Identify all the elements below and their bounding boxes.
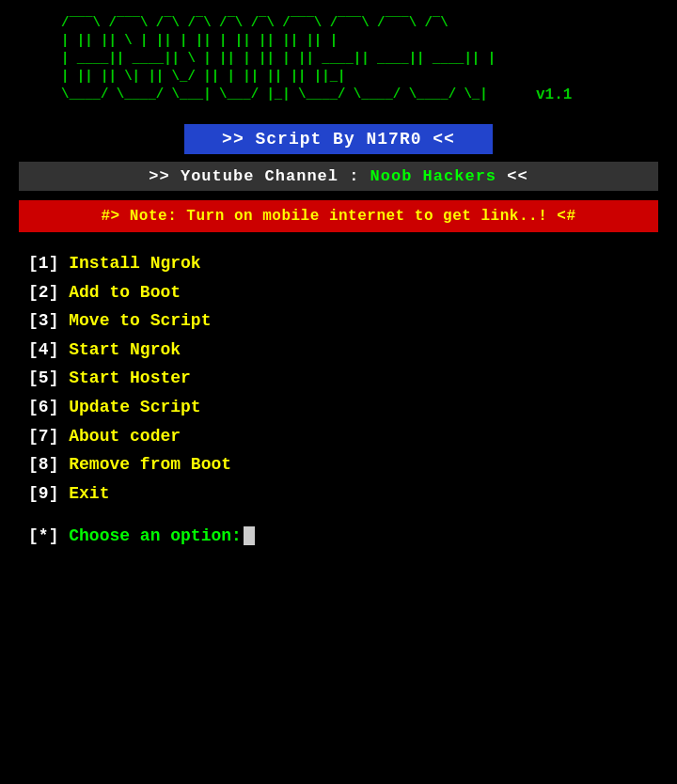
menu-item-7[interactable]: [7] About coder: [28, 422, 658, 451]
youtube-bar: >> Youtube Channel : Noob Hackers <<: [19, 162, 658, 191]
svg-text:\____/  \____/  \___|   \___/ : \____/ \____/ \___| \___/ |_| \____/ \__…: [61, 86, 488, 102]
script-by-bar: >> Script By N17R0 <<: [184, 124, 493, 154]
menu-label-9: Exit: [69, 484, 109, 503]
menu-label-6: Update Script: [69, 398, 200, 416]
menu-label-7: About coder: [69, 427, 181, 446]
prompt-label: Choose an option:: [58, 526, 241, 545]
menu-label-5: Start Hoster: [69, 368, 191, 387]
bracket-close-4: ]: [49, 340, 59, 359]
menu-label-2: Add to Boot: [69, 283, 181, 302]
bracket-open-4: [: [28, 340, 39, 359]
bracket-close-6: ]: [49, 398, 59, 416]
bracket-open-3: [: [28, 311, 39, 330]
bracket-open-5: [: [28, 368, 39, 387]
bracket-close-5: ]: [49, 368, 59, 387]
menu-label-1: Install Ngrok: [69, 254, 200, 273]
youtube-suffix: <<: [496, 167, 528, 185]
bracket-open-1: [: [28, 254, 39, 273]
cursor-block: [244, 526, 255, 545]
svg-text:v1.1: v1.1: [536, 86, 572, 103]
menu-label-4: Start Ngrok: [69, 340, 181, 359]
menu-area: [1] Install Ngrok [2] Add to Boot [3] Mo…: [19, 249, 658, 508]
menu-label-8: Remove from Boot: [69, 455, 231, 474]
menu-item-5[interactable]: [5] Start Hoster: [28, 364, 658, 393]
num-6: 6: [39, 398, 49, 416]
bracket-close-1: ]: [49, 254, 59, 273]
bracket-close-8: ]: [49, 455, 59, 474]
bracket-open-8: [: [28, 455, 39, 474]
num-8: 8: [39, 455, 49, 474]
menu-item-4[interactable]: [4] Start Ngrok: [28, 336, 658, 365]
bracket-open-9: [: [28, 484, 39, 503]
num-4: 4: [39, 340, 49, 359]
bracket-close-7: ]: [49, 427, 59, 446]
prompt-bracket-open: [: [28, 526, 39, 545]
youtube-prefix: >> Youtube Channel :: [149, 167, 370, 185]
menu-item-9[interactable]: [9] Exit: [28, 479, 658, 509]
svg-text:|      ||      ||  \  | || | |: | || || \ | || | || | || || || || |: [61, 33, 338, 48]
svg-text:/‾‾‾\  /‾‾‾\ /‾\  /‾\ /‾\ /‾\ : /‾‾‾\ /‾‾‾\ /‾\ /‾\ /‾\ /‾\ /‾‾‾\ /‾‾‾\ …: [61, 15, 449, 30]
note-bar: #> Note: Turn on mobile internet to get …: [19, 200, 658, 232]
num-7: 7: [39, 427, 49, 446]
num-5: 5: [39, 368, 49, 387]
svg-text:|  ____||  ____||   \ | || | |: | ____|| ____|| \ | || | || | || ____|| …: [61, 51, 496, 66]
num-1: 1: [39, 254, 49, 273]
menu-item-1[interactable]: [1] Install Ngrok: [28, 249, 658, 278]
bracket-open-6: [: [28, 398, 39, 416]
prompt-line: [*] Choose an option:: [19, 526, 658, 545]
channel-name: Noob Hackers: [370, 167, 496, 185]
num-3: 3: [39, 311, 49, 330]
bracket-close-3: ]: [49, 311, 59, 330]
bracket-close-9: ]: [49, 484, 59, 503]
bracket-open-7: [: [28, 427, 39, 446]
tunnel-logo-svg: /‾‾‾\ /‾‾‾\ /‾\ /‾\ /‾\ /‾\ /‾‾‾\ /‾‾‾\ …: [56, 9, 621, 113]
menu-item-8[interactable]: [8] Remove from Boot: [28, 450, 658, 479]
num-2: 2: [39, 283, 49, 302]
menu-item-6[interactable]: [6] Update Script: [28, 393, 658, 422]
bracket-open-2: [: [28, 283, 39, 302]
prompt-text: [*] Choose an option:: [28, 526, 242, 545]
bracket-close-2: ]: [49, 283, 59, 302]
svg-text:|      ||      ||    \| || \_/: | || || \| || \_/ || | || || || ||_|: [61, 69, 345, 84]
menu-item-2[interactable]: [2] Add to Boot: [28, 278, 658, 307]
num-9: 9: [39, 484, 49, 503]
prompt-star: *: [39, 526, 49, 545]
menu-label-3: Move to Script: [69, 311, 211, 330]
menu-item-3[interactable]: [3] Move to Script: [28, 306, 658, 336]
prompt-bracket-close: ]: [49, 526, 59, 545]
ascii-logo-container: /‾‾‾\ /‾‾‾\ /‾\ /‾\ /‾\ /‾\ /‾‾‾\ /‾‾‾\ …: [19, 9, 658, 113]
terminal: /‾‾‾\ /‾‾‾\ /‾‾\ /‾‾\ /‾‾\ /‾‾\ /‾‾‾\ /‾…: [0, 0, 677, 784]
